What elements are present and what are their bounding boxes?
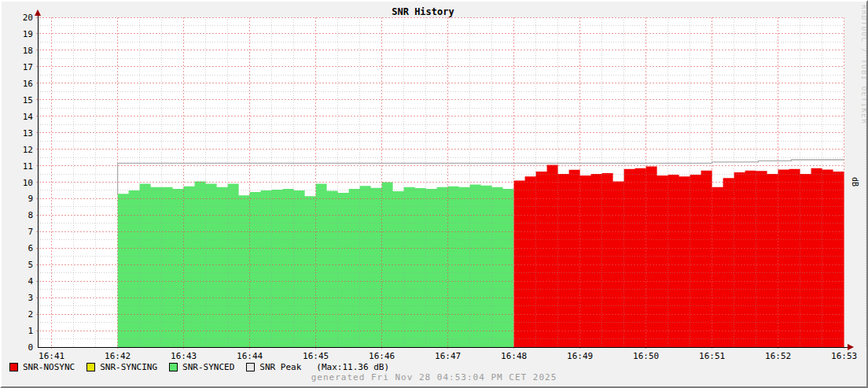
svg-text:7: 7 [28, 227, 33, 237]
svg-text:5: 5 [28, 260, 33, 270]
x-axis-arrow-icon [848, 344, 854, 350]
legend-label-syncing: SNR-SYNCING [100, 362, 157, 372]
legend-label-synced: SNR-SYNCED [182, 362, 234, 372]
svg-text:8: 8 [28, 210, 33, 220]
snr-history-chart: 0123456789101112131415161718192016:4116:… [0, 0, 868, 388]
svg-text:4: 4 [28, 276, 33, 286]
legend-item-syncing: SNR-SYNCING [86, 362, 157, 372]
svg-text:2: 2 [28, 309, 33, 320]
svg-text:1: 1 [28, 326, 33, 336]
svg-text:9: 9 [28, 194, 33, 204]
svg-text:16:52: 16:52 [765, 351, 791, 361]
svg-text:16:42: 16:42 [105, 351, 131, 361]
snr-history-graph: 0123456789101112131415161718192016:4116:… [0, 0, 868, 388]
svg-text:13: 13 [23, 128, 33, 139]
svg-text:16:44: 16:44 [237, 351, 263, 361]
svg-text:12: 12 [23, 145, 33, 155]
svg-text:0: 0 [28, 342, 33, 353]
peak-max-note: (Max:11.36 dB) [316, 362, 389, 372]
legend-item-peak: SNR Peak [246, 362, 301, 372]
area-snr-nosync [514, 165, 844, 348]
svg-text:16:47: 16:47 [435, 351, 461, 361]
svg-text:16:45: 16:45 [303, 351, 329, 361]
x-tick-labels: 16:4116:4216:4316:4416:4516:4616:4716:48… [39, 351, 857, 361]
svg-text:10: 10 [23, 178, 33, 188]
svg-text:11: 11 [23, 161, 33, 172]
y-tick-labels: 01234567891011121314151617181920 [23, 13, 34, 353]
svg-text:15: 15 [23, 95, 33, 105]
legend-item-synced: SNR-SYNCED [169, 362, 234, 372]
chart-title: SNR History [2, 6, 844, 17]
svg-text:16:49: 16:49 [567, 351, 593, 361]
svg-text:16:53: 16:53 [831, 351, 857, 361]
svg-text:18: 18 [23, 46, 33, 56]
svg-text:16:46: 16:46 [369, 351, 395, 361]
svg-text:16:43: 16:43 [171, 351, 197, 361]
rrdtool-watermark: RRDTOOL / TOBI OETIKER [860, 5, 868, 124]
svg-text:17: 17 [23, 62, 33, 72]
synced-swatch [169, 363, 178, 371]
svg-text:3: 3 [28, 293, 33, 303]
syncing-swatch [86, 363, 95, 371]
svg-text:6: 6 [28, 243, 33, 253]
legend-label-peak: SNR Peak [259, 362, 301, 372]
peak-swatch [246, 363, 255, 371]
svg-text:16:50: 16:50 [633, 351, 659, 361]
svg-text:14: 14 [23, 112, 34, 122]
right-axis-label: dB [851, 177, 859, 187]
legend-item-nosync: SNR-NOSYNC [9, 362, 75, 372]
svg-text:16:48: 16:48 [501, 351, 527, 361]
svg-text:19: 19 [23, 29, 33, 39]
generated-timestamp: generated Fri Nov 28 04:53:04 PM CET 202… [2, 372, 866, 382]
nosync-swatch [9, 363, 18, 371]
svg-text:16:51: 16:51 [699, 351, 725, 361]
svg-text:16:41: 16:41 [39, 351, 64, 361]
legend-label-nosync: SNR-NOSYNC [23, 362, 75, 372]
legend: SNR-NOSYNC SNR-SYNCING SNR-SYNCED SNR Pe… [9, 362, 389, 372]
svg-text:16: 16 [23, 79, 33, 89]
